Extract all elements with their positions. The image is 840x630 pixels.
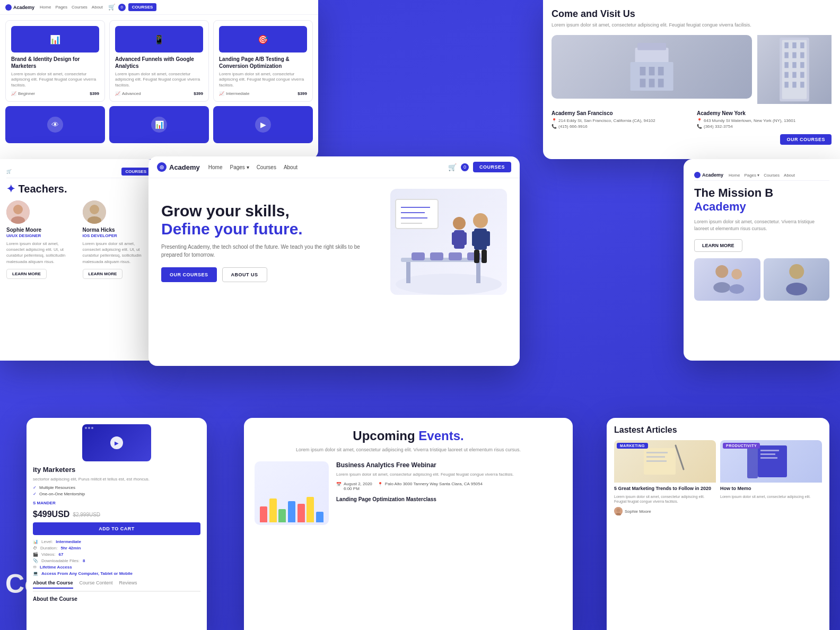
svg-rect-12 <box>792 42 796 48</box>
about-us-btn[interactable]: ABOUT US <box>222 267 267 282</box>
events-list: Business Analytics Free Webinar Lorem ip… <box>255 461 562 525</box>
tab-about[interactable]: About the Course <box>33 580 73 589</box>
location-sf-name: Academy San Francisco <box>552 110 686 116</box>
mission-title-line1: The Mission B <box>694 186 773 199</box>
our-courses-btn[interactable]: OUR COURSES <box>780 134 832 145</box>
teacher-1-name: Sophie Moore <box>6 227 74 233</box>
tab-reviews[interactable]: Reviews <box>119 580 137 589</box>
article-2-badge: PRODUCTIVITY <box>723 443 760 449</box>
mission-nav-courses[interactable]: Courses <box>764 173 780 178</box>
mission-nav-about[interactable]: About <box>784 173 795 178</box>
events-content: Upcoming Events. Lorem ipsum dolor sit a… <box>244 418 573 536</box>
svg-point-67 <box>617 509 620 512</box>
course-card-2-thumb: 📱 <box>115 26 203 52</box>
video-icon: 🎬 <box>33 552 38 557</box>
hero-nav-courses[interactable]: Courses <box>257 164 276 170</box>
mission-img-svg-1 <box>694 258 760 301</box>
course-card-3: 🎯 Landing Page A/B Testing & Conversion … <box>213 20 313 102</box>
author-1-name: Sophie Moore <box>625 509 651 514</box>
teacher-2-learn-more[interactable]: LEARN MORE <box>83 269 123 279</box>
teachers-list: Sophie Moore UI/UX DESIGNER Lorem ipsum … <box>6 200 150 279</box>
hero-nav-home[interactable]: Home <box>208 164 223 170</box>
calendar-icon: 📅 <box>336 482 342 487</box>
thumb-chart-icon: 📊 <box>151 117 167 133</box>
svg-rect-73 <box>747 444 758 478</box>
hero-logo: ◎ Academy <box>157 162 200 172</box>
thumb-dots <box>85 427 93 429</box>
course-thumb-1: 👁 <box>5 106 105 143</box>
svg-rect-25 <box>800 82 804 88</box>
teachers-courses-btn[interactable]: COURSES <box>121 168 150 176</box>
nav-about[interactable]: About <box>92 5 103 10</box>
mission-learn-more-btn[interactable]: LEARN MORE <box>694 239 742 252</box>
hero-panel: ◎ Academy Home Pages ▾ Courses About 🛒 0… <box>148 156 520 366</box>
visit-desc: Lorem ipsum dolor sit amet, consectetur … <box>552 22 832 29</box>
infinity-icon: ♾ <box>33 565 37 570</box>
mission-nav-home[interactable]: Home <box>729 173 740 178</box>
svg-rect-13 <box>800 42 804 48</box>
level-icon-meta: 📊 <box>33 539 38 544</box>
svg-rect-36 <box>472 231 477 246</box>
svg-rect-23 <box>784 82 788 88</box>
svg-point-40 <box>453 217 466 230</box>
courses-panel-top-left: Academy Home Pages Courses About 🛒 0 COU… <box>0 0 318 159</box>
event-1-details: 📅 August 2, 2020 6:00 PM 📍 Palo Alto 300… <box>336 482 562 491</box>
hero-nav-pages[interactable]: Pages ▾ <box>230 164 249 170</box>
teachers-title-icon: ✦ <box>6 183 15 195</box>
course-card-3-icon: 🎯 <box>258 34 268 45</box>
course-thumb-row: 👁 📊 ▶ <box>5 106 313 143</box>
svg-point-57 <box>731 269 742 279</box>
course-detail-content: ▶ ity Marketers sectortor adipiscing eli… <box>27 418 207 608</box>
hero-nav: ◎ Academy Home Pages ▾ Courses About 🛒 0… <box>148 156 520 178</box>
event-1-location-detail: 📍 Palo Alto 3000 Tannery Way Santa Clara… <box>378 482 483 491</box>
mission-nav-pages[interactable]: Pages ▾ <box>744 173 759 178</box>
svg-rect-14 <box>784 52 788 58</box>
svg-line-65 <box>676 445 684 469</box>
locations-row: Academy San Francisco 📍 214 Eddy St, San… <box>552 110 832 130</box>
our-courses-hero-btn[interactable]: OUR COURSES <box>161 267 217 282</box>
mission-img-2 <box>764 258 830 301</box>
building-img-2 <box>757 35 832 104</box>
teacher-1-svg <box>6 200 30 224</box>
teacher-2-svg <box>83 200 106 224</box>
course-card-2-footer: 📈 Advanced $399 <box>115 91 203 96</box>
phone-icon-1: 📞 <box>552 124 557 129</box>
cart-icon[interactable]: 🛒 <box>108 4 116 11</box>
building-inner-2 <box>757 35 832 104</box>
nav-pages[interactable]: Pages <box>55 5 67 10</box>
logo-text: Academy <box>13 5 34 10</box>
nav-courses[interactable]: Courses <box>72 5 88 10</box>
top-left-logo: Academy <box>5 4 34 11</box>
svg-rect-20 <box>784 72 788 77</box>
play-icon[interactable]: ▶ <box>110 436 123 449</box>
nav-courses-btn[interactable]: COURSES <box>128 3 157 11</box>
teacher-1-learn-more[interactable]: LEARN MORE <box>6 269 47 279</box>
events-title: Upcoming Events. <box>255 428 562 443</box>
tab-content[interactable]: Course Content <box>80 580 113 589</box>
hero-nav-about[interactable]: About <box>284 164 298 170</box>
course-card-1-icon: 📊 <box>50 34 60 45</box>
svg-rect-10 <box>782 40 807 99</box>
add-to-cart-btn[interactable]: ADD TO CART <box>33 522 200 535</box>
chart-bar-6 <box>307 497 314 522</box>
mission-nav-links: Home Pages ▾ Courses About <box>729 173 795 178</box>
svg-rect-64 <box>646 460 667 462</box>
hero-title-line1: Grow your skills, <box>161 202 290 220</box>
meta-device: 💻 Access From Any Computer, Tablet or Mo… <box>33 571 200 576</box>
event-1-info: Business Analytics Free Webinar Lorem ip… <box>336 461 562 525</box>
hero-courses-btn[interactable]: COURSES <box>473 162 511 172</box>
course-card-3-footer: 📈 Intermediate $399 <box>219 91 307 96</box>
hero-buttons: OUR COURSES ABOUT US <box>161 267 380 282</box>
nav-home[interactable]: Home <box>40 5 51 10</box>
teacher-card-2: Norma Hicks IOS DEVELOPER Lorem ipsum do… <box>83 200 151 279</box>
course-detail-title-partial: ity Marketers <box>33 466 200 475</box>
svg-rect-43 <box>462 232 467 245</box>
teachers-cart-icon[interactable]: 🛒 <box>6 169 12 174</box>
hero-cart-icon[interactable]: 🛒 <box>448 163 457 171</box>
article-2-img: PRODUCTIVITY <box>720 440 822 483</box>
svg-rect-44 <box>396 199 438 229</box>
hero-cart-count: 0 <box>461 163 469 171</box>
level-icon: 📈 <box>11 91 16 96</box>
course-card-3-desc: Lorem ipsum dolor sit amet, consectetur … <box>219 72 307 88</box>
course-meta-list: 📊 Level: Intermediate ⏱ Duration: 5hr 42… <box>33 539 200 576</box>
